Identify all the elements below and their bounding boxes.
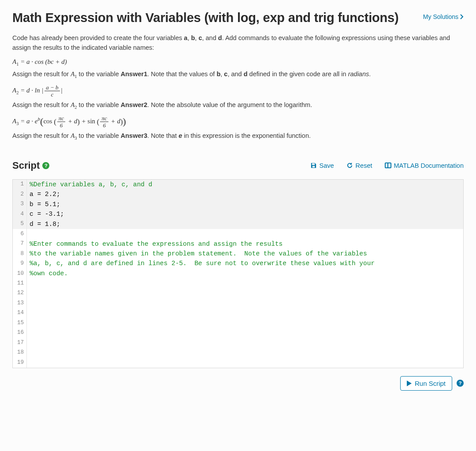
line-number: 2 [13,189,27,199]
assign-a1: Assign the result for A1 to the variable… [12,69,464,80]
code-line[interactable]: 10%own code. [13,269,463,278]
code-line[interactable]: 3b = 5.1; [13,200,463,209]
my-solutions-link[interactable]: My Solutions [423,13,464,20]
code-line[interactable]: 9%a, b, c, and d are defined in lines 2-… [13,259,463,268]
line-number: 15 [13,318,27,328]
script-toolbar: Save Reset MATLAB Documentation [310,162,464,169]
code-line[interactable]: 15 [13,318,463,328]
code-text[interactable] [27,358,463,367]
assign-a3: Assign the result for A3 to the variable… [12,131,464,142]
code-text[interactable] [27,298,463,308]
code-text[interactable]: b = 5.1; [27,200,463,209]
code-line[interactable]: 18 [13,348,463,358]
code-line[interactable]: 7%Enter commands to evaluate the express… [13,239,463,249]
code-line[interactable]: 17 [13,338,463,347]
code-line[interactable]: 8%to the variable names given in the pro… [13,249,463,259]
page-title: Math Expression with Variables (with log… [12,11,398,25]
code-text[interactable] [27,288,463,298]
code-text[interactable] [27,278,463,288]
line-number: 7 [13,239,27,249]
line-number: 8 [13,249,27,259]
code-line[interactable]: 13 [13,298,463,308]
my-solutions-label: My Solutions [423,13,458,20]
code-line[interactable]: 19 [13,358,463,367]
line-number: 12 [13,288,27,298]
code-line[interactable]: 4c = -3.1; [13,209,463,219]
footer-help-icon[interactable]: ? [457,380,464,387]
code-line[interactable]: 14 [13,308,463,318]
code-text[interactable] [27,308,463,318]
code-text[interactable] [27,318,463,328]
line-number: 18 [13,348,27,358]
line-number: 10 [13,269,27,278]
help-icon[interactable]: ? [42,162,49,169]
code-text[interactable]: a = 2.2; [27,189,463,199]
reset-button[interactable]: Reset [346,162,372,169]
chevron-right-icon [460,14,464,19]
run-script-button[interactable]: Run Script [400,376,452,391]
code-text[interactable]: d = 1.8; [27,219,463,229]
line-number: 19 [13,358,27,367]
script-heading: Script ? [12,160,49,171]
code-text[interactable]: c = -3.1; [27,209,463,219]
code-text[interactable]: %Enter commands to evaluate the expressi… [27,239,463,249]
code-text[interactable] [27,229,463,239]
line-number: 1 [13,180,27,189]
code-text[interactable]: %a, b, c, and d are defined in lines 2-5… [27,259,463,268]
assign-a2: Assign the result for A2 to the variable… [12,100,464,111]
code-text[interactable] [27,328,463,338]
code-line[interactable]: 16 [13,328,463,338]
line-number: 14 [13,308,27,318]
line-number: 4 [13,209,27,219]
intro-paragraph: Code has already been provided to create… [12,33,464,53]
book-icon [385,163,391,168]
line-number: 13 [13,298,27,308]
code-line[interactable]: 11 [13,278,463,288]
code-text[interactable]: %own code. [27,269,463,278]
line-number: 3 [13,200,27,209]
line-number: 17 [13,338,27,347]
code-text[interactable] [27,348,463,358]
save-icon [310,162,317,169]
equation-a1: A1 = a · cos (bc + d) [12,58,464,67]
code-line[interactable]: 5d = 1.8; [13,219,463,229]
line-number: 16 [13,328,27,338]
code-line[interactable]: 2a = 2.2; [13,189,463,199]
line-number: 11 [13,278,27,288]
code-text[interactable]: %to the variable names given in the prob… [27,249,463,259]
line-number: 9 [13,259,27,268]
code-text[interactable] [27,338,463,347]
line-number: 6 [13,229,27,239]
play-icon [407,381,412,386]
code-line[interactable]: 1%Define variables a, b, c, and d [13,180,463,189]
matlab-doc-link[interactable]: MATLAB Documentation [385,162,464,169]
reset-icon [346,162,353,169]
code-text[interactable]: %Define variables a, b, c, and d [27,180,463,189]
equation-a3: A3 = a · eb(cos (πc6 + d) + sin (πc6 + d… [12,115,464,128]
line-number: 5 [13,219,27,229]
code-editor[interactable]: 1%Define variables a, b, c, and d2a = 2.… [12,179,464,368]
code-line[interactable]: 6 [13,229,463,239]
code-line[interactable]: 12 [13,288,463,298]
save-button[interactable]: Save [310,162,334,169]
equation-a2: A2 = d · ln |a − bc| [12,85,464,97]
